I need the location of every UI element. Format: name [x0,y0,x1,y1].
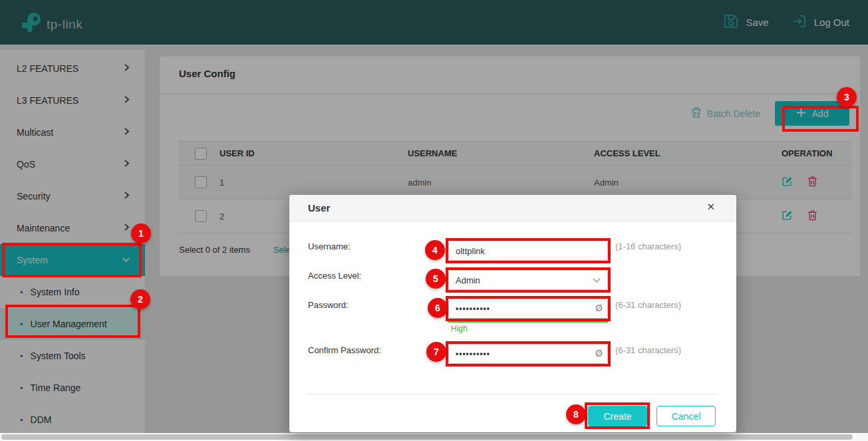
eye-off-icon[interactable]: Ø [595,348,603,359]
app-window: tp-link Save [0,0,868,441]
modal-header: User ✕ [289,195,736,221]
create-button[interactable]: Create [588,406,647,426]
user-modal: User ✕ Username: (1-16 characters) Acces… [289,195,736,432]
username-label: Username: [308,241,351,251]
password-strength-bar [448,321,608,323]
horizontal-scrollbar [0,433,868,441]
scrollbar-thumb[interactable] [1,434,853,440]
username-input[interactable] [448,241,608,261]
confirm-password-field-wrap: Ø [448,344,608,364]
access-level-field-wrap: Admin [448,270,608,290]
access-level-value: Admin [456,275,480,285]
password-input[interactable] [448,299,608,319]
username-hint: (1-16 characters) [615,241,681,251]
confirm-password-label: Confirm Password: [308,345,381,355]
modal-title: User [308,202,330,214]
close-icon[interactable]: ✕ [706,201,715,213]
confirm-password-input[interactable] [448,344,608,364]
access-level-label: Access Level: [308,271,361,281]
password-hint: (6-31 characters) [615,300,681,310]
confirm-password-hint: (6-31 characters) [615,345,681,355]
password-strength-label: High [451,324,468,333]
password-field-wrap: Ø [448,299,608,319]
access-level-select[interactable]: Admin [448,270,608,290]
password-label: Password: [308,300,349,310]
chevron-down-icon [593,275,601,285]
eye-off-icon[interactable]: Ø [595,303,603,313]
username-field-wrap [448,241,608,261]
cancel-button[interactable]: Cancel [656,406,716,426]
divider [308,394,718,394]
